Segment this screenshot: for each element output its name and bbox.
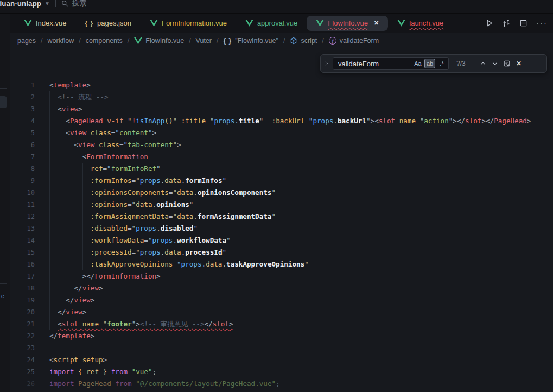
toggle-replace-icon[interactable] bbox=[321, 61, 333, 66]
line-number[interactable]: 20 bbox=[10, 306, 35, 318]
sidebar-divider bbox=[0, 88, 7, 89]
line-number[interactable]: 4 bbox=[10, 115, 35, 127]
code-line[interactable]: 1<template> bbox=[10, 79, 553, 91]
line-number[interactable]: 24 bbox=[10, 354, 35, 366]
line-number[interactable]: 5 bbox=[10, 127, 35, 139]
code-line[interactable]: 4<PageHead v-if="!isInApp()" :title="pro… bbox=[10, 115, 553, 127]
tab-forminformation-vue[interactable]: FormInformation.vue bbox=[141, 16, 236, 31]
code-line-content: :processId="props.data.processId" bbox=[49, 246, 226, 258]
code-line[interactable]: 21<slot name="footer"><!-- 审批意见 --></slo… bbox=[10, 318, 553, 330]
line-number[interactable]: 15 bbox=[10, 246, 35, 258]
line-number[interactable]: 14 bbox=[10, 235, 35, 246]
code-line[interactable]: 20</view> bbox=[10, 306, 553, 318]
line-number[interactable]: 12 bbox=[10, 211, 35, 223]
code-line-content: <view class="content"> bbox=[49, 127, 156, 139]
breadcrumb-item-flowinfo-vue[interactable]: FlowInfo.vue bbox=[134, 37, 184, 45]
code-line[interactable]: 19</view> bbox=[10, 294, 553, 306]
breadcrumb-item-vuter[interactable]: Vuter bbox=[196, 37, 212, 45]
close-find-icon[interactable]: ✕ bbox=[513, 58, 525, 69]
more-actions-icon[interactable]: ··· bbox=[536, 18, 548, 28]
code-line[interactable]: 3<view> bbox=[10, 103, 553, 115]
line-number[interactable]: 21 bbox=[10, 318, 35, 330]
line-number[interactable]: 7 bbox=[10, 151, 35, 163]
breadcrumb-item-script[interactable]: script bbox=[290, 37, 317, 45]
code-line[interactable]: 10:opinionsComponents="data.opinionsComp… bbox=[10, 187, 553, 199]
code-line[interactable]: 12:formAssignmentData="data.formAssignme… bbox=[10, 211, 553, 223]
search-label: 搜索 bbox=[72, 0, 86, 8]
code-line[interactable]: 16:taskApproveOpinions="props.data.taskA… bbox=[10, 258, 553, 270]
code-line[interactable]: 22</template> bbox=[10, 330, 553, 342]
code-line[interactable]: 26import PageHead from "@/components/lay… bbox=[10, 378, 553, 390]
breadcrumb-item-components[interactable]: components bbox=[86, 37, 123, 45]
code-line[interactable]: 8ref="formInfoRef" bbox=[10, 163, 553, 175]
breadcrumb-item-validateform[interactable]: fvalidateForm bbox=[329, 37, 379, 45]
code-line[interactable]: 24<script setup> bbox=[10, 354, 553, 366]
find-in-selection-icon[interactable] bbox=[501, 58, 513, 69]
previous-match-button[interactable] bbox=[477, 58, 489, 69]
match-case-button[interactable]: Aa bbox=[412, 59, 423, 68]
line-number[interactable]: 26 bbox=[10, 378, 35, 390]
breadcrumb-item--flowinfo-vue-[interactable]: { }"FlowInfo.vue" bbox=[224, 37, 278, 45]
line-number[interactable]: 25 bbox=[10, 366, 35, 378]
breadcrumb-label: Vuter bbox=[196, 37, 212, 45]
project-switcher[interactable]: duan-uniapp ▼ bbox=[0, 0, 50, 8]
line-number[interactable]: 19 bbox=[10, 294, 35, 306]
find-input[interactable] bbox=[333, 60, 412, 68]
code-line[interactable]: 17></FormInformation> bbox=[10, 270, 553, 282]
indent-guide bbox=[66, 163, 74, 175]
line-number[interactable]: 23 bbox=[10, 342, 35, 354]
tab-flowinfo-vue[interactable]: FlowInfo.vue✕ bbox=[307, 16, 388, 31]
vue-icon bbox=[316, 20, 324, 27]
code-line[interactable]: 6<view class="tab-content"> bbox=[10, 139, 553, 151]
code-line[interactable]: 23 bbox=[10, 342, 553, 354]
line-number[interactable]: 16 bbox=[10, 258, 35, 270]
tab-launch-vue[interactable]: launch.vue bbox=[388, 16, 453, 31]
regex-button[interactable]: .* bbox=[436, 59, 447, 68]
open-changes-icon[interactable] bbox=[502, 19, 511, 27]
code-line[interactable]: 9:formInfos="props.data.formInfos" bbox=[10, 175, 553, 187]
line-number[interactable]: 6 bbox=[10, 139, 35, 151]
indent-guide bbox=[49, 127, 58, 139]
code-line[interactable]: 11:opinions="data.opinions" bbox=[10, 199, 553, 211]
code-line-content: :taskApproveOpinions="props.data.taskApp… bbox=[49, 258, 309, 270]
tab-approval-vue[interactable]: approval.vue bbox=[236, 16, 307, 31]
tab-label: approval.vue bbox=[257, 19, 297, 27]
indent-guide bbox=[58, 223, 66, 235]
split-editor-icon[interactable] bbox=[519, 19, 527, 27]
code-editor[interactable]: Aa ab .* ?/3 ✕ bbox=[10, 48, 553, 392]
global-search[interactable]: 搜索 bbox=[61, 0, 86, 8]
line-number[interactable]: 18 bbox=[10, 282, 35, 294]
next-match-button[interactable] bbox=[489, 58, 501, 69]
code-line[interactable]: 25import { ref } from "vue"; bbox=[10, 366, 553, 378]
run-icon[interactable] bbox=[485, 19, 493, 27]
line-number[interactable]: 22 bbox=[10, 330, 35, 342]
code-line[interactable]: 5<view class="content"> bbox=[10, 127, 553, 139]
line-number[interactable]: 2 bbox=[10, 91, 35, 103]
code-line[interactable]: 13:disabled="props.disabled" bbox=[10, 223, 553, 235]
breadcrumb-item-pages[interactable]: pages bbox=[17, 37, 36, 45]
line-number[interactable]: 10 bbox=[10, 187, 35, 199]
line-number[interactable]: 3 bbox=[10, 103, 35, 115]
code-line[interactable]: 14:workflowData="props.workflowData" bbox=[10, 235, 553, 246]
breadcrumb-item-workflow[interactable]: workflow bbox=[48, 37, 74, 45]
tab-label: launch.vue bbox=[409, 19, 443, 27]
tab-index-vue[interactable]: Index.vue bbox=[15, 16, 75, 31]
close-tab-icon[interactable]: ✕ bbox=[374, 20, 379, 27]
line-number[interactable]: 8 bbox=[10, 163, 35, 175]
indent-guide bbox=[49, 223, 58, 235]
code-line[interactable]: 7<FormInformation bbox=[10, 151, 553, 163]
line-number[interactable]: 11 bbox=[10, 199, 35, 211]
line-number[interactable]: 13 bbox=[10, 223, 35, 235]
tab-pages-json[interactable]: { }pages.json bbox=[75, 16, 141, 31]
line-number[interactable]: 9 bbox=[10, 175, 35, 187]
editor-actions: ··· bbox=[485, 18, 553, 28]
code-line[interactable]: 18</view> bbox=[10, 282, 553, 294]
indent-guide bbox=[58, 115, 66, 127]
code-line-content: <!-- 流程 --> bbox=[49, 91, 109, 103]
code-line[interactable]: 2<!-- 流程 --> bbox=[10, 91, 553, 103]
line-number[interactable]: 17 bbox=[10, 270, 35, 282]
line-number[interactable]: 1 bbox=[10, 79, 35, 91]
sidebar-selected-item-fragment bbox=[0, 96, 7, 108]
code-line[interactable]: 15:processId="props.data.processId" bbox=[10, 246, 553, 258]
whole-word-button[interactable]: ab bbox=[424, 59, 435, 68]
